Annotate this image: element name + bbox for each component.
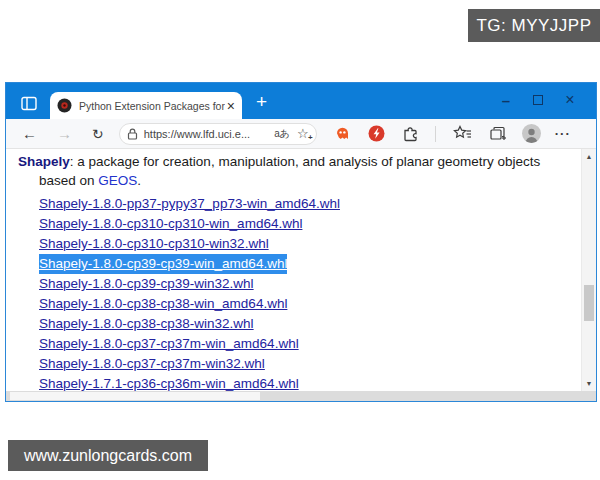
vertical-tabs-icon[interactable]: [21, 96, 37, 111]
wheel-link-selected[interactable]: Shapely-1.8.0-cp39-cp39-win_amd64.whl: [39, 254, 287, 274]
tg-label-text: TG: MYYJJPP: [476, 16, 591, 36]
favorite-plus-glyph: +: [308, 134, 313, 142]
add-favorite-icon[interactable]: ☆ +: [297, 127, 309, 140]
extensions-icon[interactable]: [402, 125, 420, 143]
wheel-link[interactable]: Shapely-1.8.0-cp39-cp39-win32.whl: [39, 274, 254, 294]
address-bar[interactable]: https://www.lfd.uci.e... aあ ☆ +: [119, 123, 317, 145]
tab-strip: Python Extension Packages for W × + – ×: [6, 83, 596, 119]
translate-icon[interactable]: aあ: [274, 127, 290, 141]
forward-button[interactable]: →: [57, 126, 72, 141]
intro-paragraph: Shapely: a package for creation, manipul…: [18, 152, 576, 190]
wheel-link[interactable]: Shapely-1.8.0-cp37-cp37m-win_amd64.whl: [39, 334, 299, 354]
settings-menu-icon[interactable]: ···: [555, 126, 571, 141]
collections-icon[interactable]: [489, 125, 507, 142]
vertical-scrollbar[interactable]: ▲ ▼: [581, 149, 596, 391]
wheel-link[interactable]: Shapely-1.7.1-cp36-cp36m-win_amd64.whl: [39, 374, 299, 391]
page-content: Shapely: a package for creation, manipul…: [6, 149, 596, 391]
wheel-link[interactable]: Shapely-1.8.0-cp310-cp310-win32.whl: [39, 234, 269, 254]
watermark-text: www.zunlongcards.com: [24, 447, 192, 465]
maximize-icon: [533, 95, 543, 105]
wheel-link-list: Shapely-1.8.0-pp37-pypy37_pp73-win_amd64…: [18, 194, 576, 391]
intro-period: .: [137, 173, 141, 188]
browser-window: Python Extension Packages for W × + – × …: [5, 82, 597, 402]
wheel-link[interactable]: Shapely-1.8.0-pp37-pypy37_pp73-win_amd64…: [39, 194, 340, 214]
horizontal-scrollbar-thumb[interactable]: [10, 392, 260, 400]
adblock-extension-icon[interactable]: [368, 125, 385, 142]
screenshot-canvas: TG: MYYJJPP Python Extension Packa: [0, 0, 600, 480]
refresh-button[interactable]: ↻: [92, 127, 104, 141]
url-text[interactable]: https://www.lfd.uci.e...: [144, 128, 271, 140]
vertical-scrollbar-thumb[interactable]: [584, 285, 594, 321]
browser-toolbar: ← → ↻ https://www.lfd.uci.e... aあ ☆ +: [6, 119, 596, 149]
lock-icon: [127, 128, 138, 140]
wheel-link[interactable]: Shapely-1.8.0-cp37-cp37m-win32.whl: [39, 354, 265, 374]
wheel-link[interactable]: Shapely-1.8.0-cp310-cp310-win_amd64.whl: [39, 214, 302, 234]
ghostery-extension-icon[interactable]: [334, 125, 351, 142]
watermark-label: www.zunlongcards.com: [8, 440, 208, 471]
profile-avatar[interactable]: [522, 124, 541, 143]
tab-close-icon[interactable]: ×: [227, 98, 235, 114]
favorites-icon[interactable]: [453, 125, 472, 142]
wheel-link[interactable]: Shapely-1.8.0-cp38-cp38-win_amd64.whl: [39, 294, 287, 314]
scroll-down-icon[interactable]: ▼: [582, 380, 596, 387]
wheel-link[interactable]: Shapely-1.8.0-cp38-cp38-win32.whl: [39, 314, 254, 334]
maximize-button[interactable]: [522, 91, 554, 109]
toolbar-divider: [435, 126, 436, 142]
browser-tab[interactable]: Python Extension Packages for W ×: [50, 92, 242, 119]
back-button[interactable]: ←: [22, 126, 37, 141]
window-controls: – ×: [490, 91, 586, 109]
site-favicon-icon: [57, 98, 72, 113]
close-window-button[interactable]: ×: [554, 91, 586, 109]
favorite-star-glyph: ☆: [297, 126, 309, 141]
intro-term: Shapely: [18, 154, 70, 169]
tab-title: Python Extension Packages for W: [79, 100, 225, 112]
geos-link[interactable]: GEOS: [98, 173, 137, 188]
horizontal-scrollbar[interactable]: [6, 391, 596, 401]
new-tab-button[interactable]: +: [256, 92, 267, 111]
scroll-up-icon[interactable]: ▲: [582, 153, 596, 160]
minimize-button[interactable]: –: [490, 91, 522, 109]
tg-label: TG: MYYJJPP: [468, 9, 600, 42]
